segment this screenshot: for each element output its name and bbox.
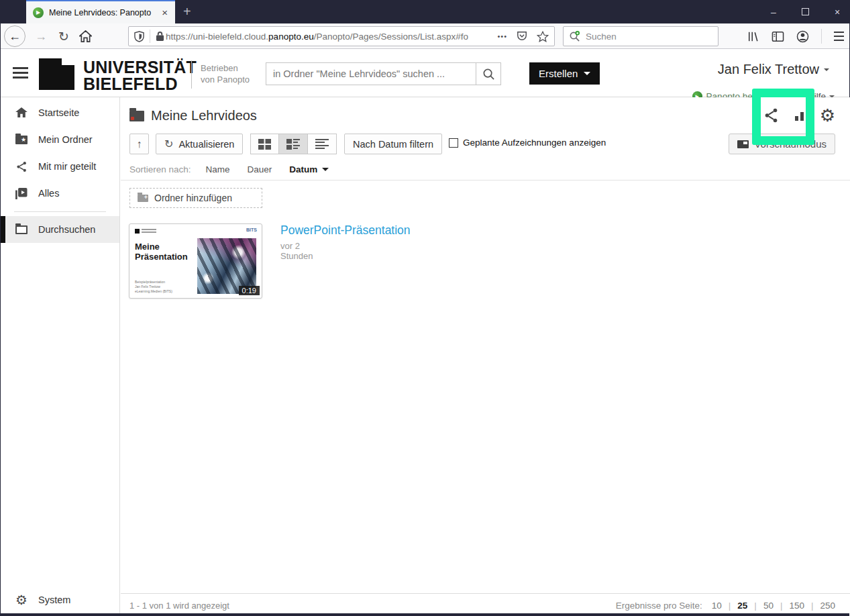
window-minimize-button[interactable]: –	[768, 7, 779, 17]
sidebars-icon[interactable]	[772, 31, 784, 42]
gear-icon: ⚙	[15, 593, 28, 607]
up-arrow-icon: ↑	[137, 138, 142, 150]
search-icon	[482, 68, 495, 81]
per-page-10[interactable]: 10	[712, 601, 722, 611]
sort-bar: Sortieren nach: Name Dauer Datum	[129, 164, 329, 174]
pocket-icon[interactable]	[517, 31, 527, 42]
tracking-shield-icon[interactable]	[134, 31, 144, 42]
settings-button[interactable]: ⚙	[820, 107, 835, 123]
back-button[interactable]: ←	[4, 25, 25, 47]
browser-navbar: ← → ↻ https://uni-bielefeld.cloud.panopt…	[1, 23, 849, 49]
sidebar-toggle-icon[interactable]	[13, 67, 28, 79]
per-page-250[interactable]: 250	[820, 601, 835, 611]
checkbox[interactable]	[449, 138, 458, 148]
chevron-down-icon	[322, 168, 329, 171]
date-filter-button[interactable]: Nach Datum filtern	[344, 134, 442, 154]
slide-footer: Beispielpräsentation Jan Felix Trettow e…	[135, 280, 172, 294]
sidebar-item-system[interactable]: ⚙ System	[1, 586, 119, 613]
tab-close-icon[interactable]: ×	[160, 7, 170, 18]
add-folder-icon	[138, 195, 148, 202]
sidebar-item-label: System	[38, 595, 70, 605]
per-page-50[interactable]: 50	[763, 601, 774, 611]
preview-icon	[737, 140, 749, 148]
add-folder-button[interactable]: Ordner hinzufügen	[129, 188, 262, 208]
parent-folder-button[interactable]: ↑	[129, 134, 149, 154]
powered-by-panopto: Betrieben von Panopto	[201, 62, 250, 85]
forward-button[interactable]: →	[30, 25, 52, 47]
video-thumbnail[interactable]: BITS Meine Präsentation Beispielpräsenta…	[129, 223, 262, 299]
sort-by-duration[interactable]: Dauer	[248, 164, 272, 174]
url-bar[interactable]: https://uni-bielefeld.cloud.panopto.eu/P…	[128, 26, 555, 46]
browser-search-input[interactable]	[586, 32, 693, 42]
sidebar-item-label: Alles	[38, 188, 59, 199]
sidebar-divider	[14, 211, 106, 212]
stats-button[interactable]	[794, 109, 805, 121]
sidebar-item-startseite[interactable]: Startseite	[1, 99, 119, 126]
detail-view-button[interactable]	[308, 134, 337, 154]
list-view-button[interactable]	[279, 134, 308, 154]
video-title-link[interactable]: PowerPoint-Präsentation	[280, 223, 411, 238]
user-menu[interactable]: Jan Felix Trettow	[718, 62, 829, 77]
main-content: Meine Lehrvideos ⚙ ↑ ↻ A	[121, 97, 850, 616]
folder-search	[266, 62, 501, 85]
sidebar-item-alles[interactable]: Alles	[1, 180, 119, 207]
video-list-item: BITS Meine Präsentation Beispielpräsenta…	[129, 223, 262, 299]
panopto-favicon-icon: ▶	[33, 7, 44, 18]
share-icon	[15, 161, 28, 172]
scheduled-recordings-toggle[interactable]: Geplante Aufzeichnungen anzeigen	[449, 138, 606, 148]
result-count: 1 - 1 von 1 wird angezeigt	[129, 601, 229, 611]
slide-brand: BITS	[246, 227, 257, 232]
bookmark-star-icon[interactable]	[537, 31, 549, 42]
grid-view-button[interactable]	[250, 134, 279, 154]
create-button[interactable]: Erstellen	[529, 62, 600, 85]
sort-by-name[interactable]: Name	[206, 164, 230, 174]
slide-logo	[135, 229, 140, 234]
navbar-divider	[821, 29, 822, 44]
url-scheme-host: https://uni-bielefeld.cloud.	[166, 32, 268, 42]
browser-titlebar: ▶ Meine Lehrvideos: Panopto × + – ×	[1, 0, 849, 23]
refresh-button[interactable]: ↻ Aktualisieren	[156, 134, 243, 154]
window-close-button[interactable]: ×	[832, 7, 843, 17]
university-name: UNIVERSITÄT BIELEFELD	[83, 59, 197, 93]
videos-icon	[15, 188, 28, 199]
sidebar-item-durchsuchen[interactable]: Durchsuchen	[1, 216, 119, 243]
new-tab-button[interactable]: +	[183, 4, 191, 19]
folder-toolbar: ↑ ↻ Aktualisieren	[129, 134, 850, 154]
preview-mode-button[interactable]: Vorschaumodus	[729, 134, 835, 154]
tab-title: Meine Lehrvideos: Panopto	[49, 8, 160, 17]
folder-icon	[15, 225, 28, 234]
chevron-down-icon	[824, 68, 829, 71]
share-button[interactable]	[763, 107, 780, 123]
account-icon[interactable]	[796, 30, 809, 43]
sidebar-item-label: Startseite	[38, 107, 79, 118]
library-icon[interactable]	[747, 31, 759, 42]
sort-by-date[interactable]: Datum	[289, 164, 329, 174]
page-actions-icon[interactable]: •••	[497, 32, 507, 40]
sidebar-item-label: Mein Ordner	[38, 134, 93, 145]
folder-search-input[interactable]	[266, 63, 476, 85]
folder-star-icon: ★	[15, 136, 28, 144]
per-page-selector: Ergebnisse pro Seite: 10 | 25 | 50 | 150…	[616, 601, 835, 611]
sidebar-item-mein-ordner[interactable]: ★ Mein Ordner	[1, 126, 119, 153]
window-maximize-button[interactable]	[802, 8, 809, 15]
search-icon	[569, 31, 580, 42]
browser-tab[interactable]: ▶ Meine Lehrvideos: Panopto ×	[26, 0, 175, 23]
page-title: Meine Lehrvideos	[151, 108, 257, 123]
sidebar-item-label: Mit mir geteilt	[38, 161, 96, 172]
university-logo[interactable]	[39, 57, 74, 90]
per-page-25[interactable]: 25	[737, 601, 747, 611]
university-name-line1: UNIVERSITÄT	[83, 59, 197, 76]
video-timestamp: vor 2 Stunden	[280, 241, 313, 261]
sidebar-item-mit-mir-geteilt[interactable]: Mit mir geteilt	[1, 153, 119, 180]
per-page-150[interactable]: 150	[789, 601, 804, 611]
browser-search[interactable]	[563, 26, 719, 46]
home-button[interactable]	[74, 25, 96, 47]
browser-menu-icon[interactable]	[834, 32, 844, 41]
lock-icon	[156, 31, 164, 42]
folder-search-button[interactable]	[476, 63, 500, 85]
url-text: https://uni-bielefeld.cloud.panopto.eu/P…	[166, 32, 492, 42]
firefox-window: ▶ Meine Lehrvideos: Panopto × + – × ← → …	[0, 0, 850, 616]
checkbox-label: Geplante Aufzeichnungen anzeigen	[463, 138, 606, 148]
reload-button[interactable]: ↻	[53, 25, 74, 47]
url-domain: panopto.eu	[268, 32, 314, 42]
